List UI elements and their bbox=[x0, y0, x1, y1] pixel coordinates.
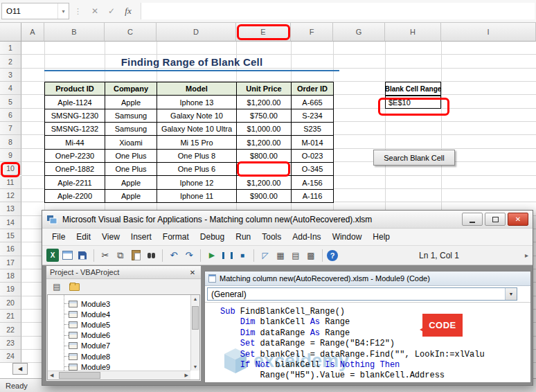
menu-tools[interactable]: Tools bbox=[256, 230, 287, 244]
table-cell[interactable]: One Plus bbox=[105, 163, 157, 176]
table-cell[interactable]: Iphone 12 bbox=[157, 176, 237, 189]
paste-icon[interactable] bbox=[129, 249, 143, 262]
row-header-19[interactable]: 19 bbox=[0, 283, 21, 296]
menu-window[interactable]: Window bbox=[327, 230, 368, 244]
table-cell[interactable]: $1,200.00 bbox=[237, 96, 292, 109]
table-cell[interactable]: Galaxy Note 10 Ultra bbox=[157, 123, 237, 136]
tree-item-module9[interactable]: Module9 bbox=[48, 362, 190, 371]
row-header-7[interactable]: 7 bbox=[0, 122, 21, 135]
table-cell[interactable]: $800.00 bbox=[237, 150, 292, 163]
table-cell[interactable]: A-116 bbox=[292, 190, 334, 203]
row-header-23[interactable]: 23 bbox=[0, 337, 21, 350]
table-cell[interactable]: S235 bbox=[292, 123, 334, 136]
table-cell[interactable]: Apple bbox=[105, 190, 157, 203]
tree-item-module8[interactable]: Module8 bbox=[48, 351, 190, 362]
menu-debug[interactable]: Debug bbox=[195, 230, 230, 244]
name-box[interactable]: O11 ▾ bbox=[1, 3, 69, 19]
table-cell[interactable]: Mi-44 bbox=[45, 136, 105, 149]
table-header-cell[interactable]: Unit Price bbox=[237, 82, 292, 96]
table-cell[interactable]: SMSNG-1230 bbox=[45, 109, 105, 123]
table-cell[interactable]: $1,200.00 bbox=[237, 176, 292, 189]
tree-item-module7[interactable]: Module7 bbox=[48, 341, 190, 351]
column-header-D[interactable]: D bbox=[157, 23, 236, 42]
project-close-icon[interactable]: ✕ bbox=[188, 269, 197, 276]
tree-item-module4[interactable]: Module4 bbox=[48, 309, 190, 319]
table-cell[interactable]: Samsung bbox=[105, 123, 157, 136]
menu-format[interactable]: Format bbox=[157, 230, 195, 244]
general-dropdown[interactable]: (General) ▼ bbox=[207, 287, 517, 301]
table-cell[interactable]: A-156 bbox=[292, 176, 334, 189]
code-editor[interactable]: exceldemy Sub FindBlankCell_Range() Dim … bbox=[205, 303, 530, 382]
scroll-down-icon[interactable]: ▼ bbox=[193, 364, 198, 369]
undo-icon[interactable] bbox=[167, 249, 181, 262]
table-cell[interactable]: Aple-2211 bbox=[45, 176, 105, 189]
save-icon[interactable] bbox=[75, 249, 89, 262]
run-icon[interactable] bbox=[205, 249, 219, 262]
table-cell[interactable]: OneP-1882 bbox=[45, 163, 105, 176]
table-cell[interactable]: $900.00 bbox=[237, 190, 292, 203]
project-horizontal-scrollbar[interactable]: ◀ ▶ bbox=[48, 371, 190, 380]
tree-item-module5[interactable]: Module5 bbox=[48, 319, 190, 330]
scrollbar-thumb[interactable] bbox=[192, 306, 199, 330]
column-header-F[interactable]: F bbox=[291, 23, 333, 42]
row-header-16[interactable]: 16 bbox=[0, 242, 21, 256]
column-header-A[interactable]: A bbox=[21, 23, 44, 42]
table-cell[interactable]: Galaxy Note 10 bbox=[157, 109, 237, 123]
table-cell[interactable]: OneP-2230 bbox=[45, 150, 105, 163]
menu-help[interactable]: Help bbox=[367, 230, 395, 244]
menu-insert[interactable]: Insert bbox=[125, 230, 157, 244]
table-cell[interactable]: S-234 bbox=[292, 109, 334, 123]
table-cell[interactable]: O-345 bbox=[292, 163, 334, 176]
table-cell[interactable]: SMSNG-1232 bbox=[45, 123, 105, 136]
row-header-11[interactable]: 11 bbox=[0, 176, 21, 189]
row-header-3[interactable]: 3 bbox=[0, 69, 21, 82]
vba-title-bar[interactable]: Microsoft Visual Basic for Applications … bbox=[42, 211, 533, 229]
code-line[interactable]: Set dataRange = Range("B4:F12") bbox=[220, 339, 485, 349]
table-cell[interactable]: One Plus 8 bbox=[157, 150, 237, 163]
table-cell[interactable]: $750.00 bbox=[237, 109, 292, 123]
table-cell[interactable]: Aple-2200 bbox=[45, 190, 105, 203]
minimize-icon[interactable] bbox=[462, 213, 483, 226]
code-line[interactable]: Set blankCell = dataRange.Find("", LookI… bbox=[220, 350, 485, 360]
project-vertical-scrollbar[interactable]: ▲ ▼ bbox=[190, 295, 199, 371]
tree-item-module6[interactable]: Module6 bbox=[48, 330, 190, 341]
folder-icon[interactable] bbox=[68, 281, 80, 292]
table-cell[interactable] bbox=[237, 163, 292, 176]
table-cell[interactable]: $1,000.00 bbox=[237, 123, 292, 136]
scrollbar-thumb[interactable] bbox=[59, 372, 100, 379]
row-header-18[interactable]: 18 bbox=[0, 269, 21, 283]
blank-cell-range-value[interactable]: $E$10 bbox=[385, 96, 441, 109]
sheet-tab-scroll-left-icon[interactable]: ◀ bbox=[12, 363, 28, 375]
view-code-icon[interactable]: ▤ bbox=[51, 281, 63, 292]
table-cell[interactable]: Iphone 11 bbox=[157, 190, 237, 203]
row-header-24[interactable]: 24 bbox=[0, 350, 21, 363]
menu-run[interactable]: Run bbox=[230, 230, 256, 244]
table-cell[interactable]: Xioami bbox=[105, 136, 157, 149]
break-icon[interactable] bbox=[220, 249, 234, 262]
redo-icon[interactable] bbox=[182, 249, 196, 262]
column-header-C[interactable]: C bbox=[105, 23, 157, 42]
row-header-13[interactable]: 13 bbox=[0, 202, 21, 215]
column-header-H[interactable]: H bbox=[385, 23, 441, 42]
find-icon[interactable] bbox=[144, 249, 158, 262]
properties-window-icon[interactable] bbox=[289, 249, 303, 262]
copy-icon[interactable] bbox=[114, 249, 127, 262]
code-window-title-bar[interactable]: Matching column new(AutoRecovered).xlsm … bbox=[205, 271, 530, 286]
code-line[interactable]: Range("H5").Value = blankCell.Address bbox=[220, 371, 485, 381]
column-header-B[interactable]: B bbox=[44, 23, 105, 42]
scroll-left-icon[interactable]: ◀ bbox=[50, 373, 53, 378]
code-line[interactable]: If Not blankCell Is Nothing Then bbox=[220, 360, 485, 371]
table-cell[interactable]: Apple bbox=[105, 176, 157, 189]
table-cell[interactable]: A-665 bbox=[292, 96, 334, 109]
enter-icon[interactable]: ✓ bbox=[103, 6, 120, 16]
toolbar-overflow-icon[interactable]: ▸ bbox=[525, 251, 528, 259]
row-header-12[interactable]: 12 bbox=[0, 189, 21, 202]
formula-input[interactable] bbox=[141, 3, 535, 19]
row-header-4[interactable]: 4 bbox=[0, 82, 21, 95]
table-header-cell[interactable]: Company bbox=[105, 82, 157, 96]
table-cell[interactable]: M-014 bbox=[292, 136, 334, 149]
maximize-icon[interactable] bbox=[485, 213, 506, 226]
cancel-icon[interactable]: ✕ bbox=[87, 6, 103, 16]
menu-addins[interactable]: Add-Ins bbox=[287, 230, 326, 244]
insert-function-icon[interactable]: fx bbox=[120, 6, 136, 17]
